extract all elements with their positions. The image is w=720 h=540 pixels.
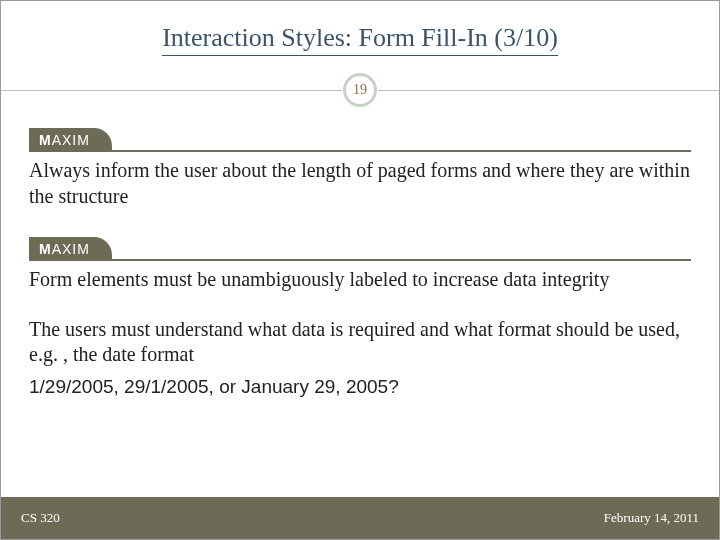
maxim-label-bold-2: M — [39, 242, 52, 256]
maxim-label-rest: AXIM — [52, 133, 90, 147]
date-format-question: 1/29/2005, 29/1/2005, or January 29, 200… — [29, 376, 691, 398]
maxim-chip-1: MAXIM — [29, 128, 112, 152]
maxim-rule-2 — [108, 259, 691, 261]
note-text: The users must understand what data is r… — [29, 317, 691, 368]
title-wrap: Interaction Styles: Form Fill-In (3/10) — [1, 1, 719, 56]
maxim-1-text: Always inform the user about the length … — [29, 158, 691, 209]
footer-date: February 14, 2011 — [604, 510, 699, 526]
maxim-heading-2: MAXIM — [29, 237, 691, 261]
slide-number-badge: 19 — [343, 73, 377, 107]
maxim-2-text: Form elements must be unambiguously labe… — [29, 267, 691, 293]
footer-course: CS 320 — [21, 510, 60, 526]
maxim-rule-1 — [108, 150, 691, 152]
divider-left — [1, 90, 342, 91]
maxim-chip-2: MAXIM — [29, 237, 112, 261]
content-area: MAXIM Always inform the user about the l… — [1, 110, 719, 398]
maxim-label-bold: M — [39, 133, 52, 147]
slide-number: 19 — [353, 82, 367, 98]
footer: CS 320 February 14, 2011 — [1, 497, 719, 539]
slide: Interaction Styles: Form Fill-In (3/10) … — [0, 0, 720, 540]
slide-title: Interaction Styles: Form Fill-In (3/10) — [162, 23, 558, 56]
maxim-label-rest-2: AXIM — [52, 242, 90, 256]
slide-number-row: 19 — [1, 70, 719, 110]
maxim-heading-1: MAXIM — [29, 128, 691, 152]
divider-right — [378, 90, 719, 91]
